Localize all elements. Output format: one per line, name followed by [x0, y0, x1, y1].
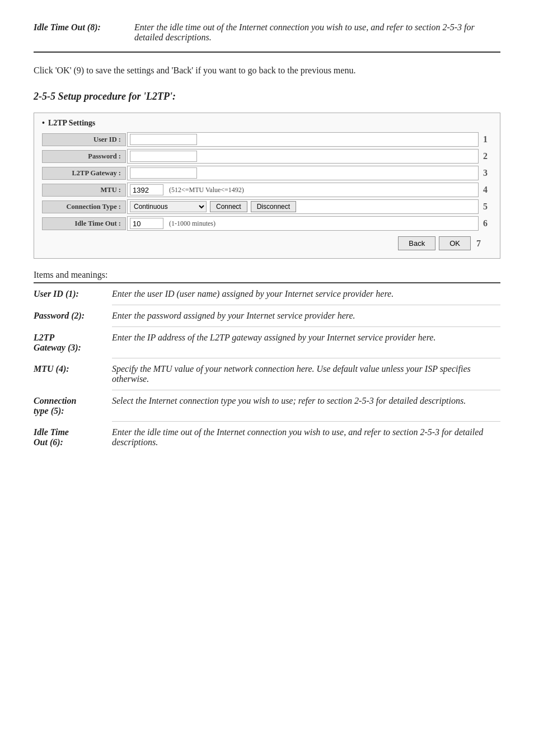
user-id-row: User ID : 1: [42, 132, 492, 147]
idle-timeout-row: Idle Time Out : (1-1000 minutes) 6: [42, 216, 492, 231]
row-number-4: 4: [483, 185, 492, 195]
item-term-5: Idle TimeOut (6):: [34, 422, 112, 454]
mtu-field-area: (512<=MTU Value<=1492): [127, 183, 479, 197]
section-title: 2-5-5 Setup procedure for 'L2TP':: [34, 91, 500, 102]
connection-type-row: Connection Type : Continuous Connect on …: [42, 199, 492, 214]
item-term-0: User ID (1):: [34, 283, 112, 305]
mtu-row: MTU : (512<=MTU Value<=1492) 4: [42, 183, 492, 197]
item-desc-3: Specify the MTU value of your network co…: [112, 358, 500, 390]
idle-timeout-field-area: (1-1000 minutes): [127, 216, 479, 231]
row-number-2: 2: [483, 151, 492, 161]
idle-timeout-hint: (1-1000 minutes): [169, 220, 216, 228]
item-row-0: User ID (1):Enter the user ID (user name…: [34, 283, 500, 305]
password-label: Password :: [42, 150, 126, 163]
items-header: Items and meanings:: [34, 270, 500, 280]
item-row-1: Password (2):Enter the password assigned…: [34, 305, 500, 327]
item-term-4: Connectiontype (5):: [34, 390, 112, 422]
item-term-2: L2TPGateway (3):: [34, 327, 112, 358]
password-input[interactable]: [130, 151, 197, 162]
item-row-3: MTU (4):Specify the MTU value of your ne…: [34, 358, 500, 390]
connection-type-label: Connection Type :: [42, 200, 126, 213]
row-number-3: 3: [483, 168, 492, 178]
user-id-field-area: [127, 132, 479, 147]
item-term-1: Password (2):: [34, 305, 112, 327]
intro-paragraph: Click 'OK' (9) to save the settings and …: [34, 64, 500, 77]
user-id-label: User ID :: [42, 133, 126, 146]
row-number-5: 5: [483, 202, 492, 212]
disconnect-button[interactable]: Disconnect: [251, 201, 296, 212]
item-term-3: MTU (4):: [34, 358, 112, 390]
row-number-6: 6: [483, 218, 492, 228]
connection-type-select[interactable]: Continuous Connect on Demand Manual: [130, 201, 207, 212]
idle-timeout-desc: Enter the idle time out of the Internet …: [134, 22, 500, 43]
row-number-1: 1: [483, 134, 492, 144]
settings-box-title: •L2TP Settings: [42, 119, 492, 128]
back-button[interactable]: Back: [398, 236, 435, 250]
top-section: Idle Time Out (8): Enter the idle time o…: [34, 22, 500, 53]
mtu-label: MTU :: [42, 184, 126, 197]
footer-number: 7: [476, 239, 481, 249]
item-desc-5: Enter the idle time out of the Internet …: [112, 422, 500, 454]
item-desc-1: Enter the password assigned by your Inte…: [112, 305, 500, 327]
l2tp-gateway-label: L2TP Gateway :: [42, 167, 126, 180]
settings-box: •L2TP Settings User ID : 1 Password : 2 …: [34, 113, 500, 259]
mtu-input[interactable]: [130, 184, 163, 195]
item-desc-2: Enter the IP address of the L2TP gateway…: [112, 327, 500, 358]
item-row-2: L2TPGateway (3):Enter the IP address of …: [34, 327, 500, 358]
items-table: User ID (1):Enter the user ID (user name…: [34, 283, 500, 453]
idle-timeout-row-label: Idle Time Out :: [42, 217, 126, 230]
user-id-input[interactable]: [130, 134, 197, 145]
item-desc-0: Enter the user ID (user name) assigned b…: [112, 283, 500, 305]
mtu-hint: (512<=MTU Value<=1492): [169, 186, 244, 194]
l2tp-gateway-input[interactable]: [130, 167, 197, 179]
idle-timeout-input[interactable]: [130, 218, 163, 229]
settings-footer: Back OK 7: [42, 236, 492, 250]
item-row-5: Idle TimeOut (6):Enter the idle time out…: [34, 422, 500, 454]
connection-type-field-area: Continuous Connect on Demand Manual Conn…: [127, 199, 479, 214]
item-desc-4: Select the Internet connection type you …: [112, 390, 500, 422]
l2tp-gateway-row: L2TP Gateway : 3: [42, 166, 492, 180]
connect-button[interactable]: Connect: [210, 201, 247, 212]
password-row: Password : 2: [42, 149, 492, 164]
ok-button[interactable]: OK: [439, 236, 471, 250]
idle-timeout-label: Idle Time Out (8):: [34, 22, 123, 43]
item-row-4: Connectiontype (5):Select the Internet c…: [34, 390, 500, 422]
l2tp-gateway-field-area: [127, 166, 479, 180]
password-field-area: [127, 149, 479, 164]
